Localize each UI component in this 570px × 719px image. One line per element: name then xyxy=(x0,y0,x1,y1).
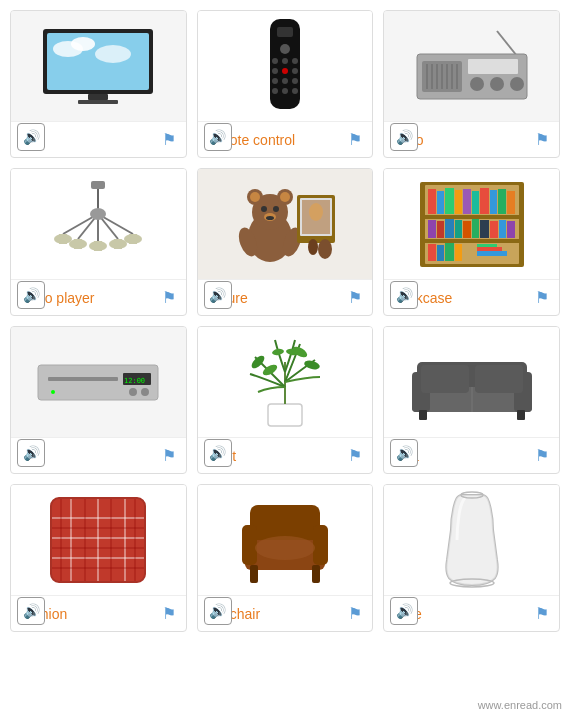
svg-rect-6 xyxy=(78,100,118,104)
svg-rect-83 xyxy=(480,188,489,214)
flag-icon-light[interactable]: ⚑ xyxy=(160,447,178,465)
svg-rect-112 xyxy=(268,404,302,426)
card-bookcase: 🔊 bookcase ⚑ xyxy=(383,168,560,316)
svg-rect-90 xyxy=(455,220,462,238)
svg-rect-89 xyxy=(445,219,454,238)
svg-rect-87 xyxy=(428,220,436,238)
sound-button-light[interactable]: 🔊 xyxy=(17,439,45,467)
card-image-sofa xyxy=(384,327,559,437)
svg-rect-96 xyxy=(507,221,515,238)
svg-point-17 xyxy=(282,78,288,84)
svg-rect-33 xyxy=(468,59,518,74)
svg-point-15 xyxy=(292,68,298,74)
svg-rect-85 xyxy=(498,189,506,214)
card-armchair: 🔊 armchair ⚑ xyxy=(197,484,374,632)
card-picture: 🔊 picture ⚑ xyxy=(197,168,374,316)
sound-button-tv[interactable]: 🔊 xyxy=(17,123,45,151)
svg-point-13 xyxy=(272,68,278,74)
svg-point-12 xyxy=(292,58,298,64)
card-image-videoplayer xyxy=(11,169,186,279)
svg-point-64 xyxy=(266,216,274,220)
card-light: 12:00 🔊 light ⚑ xyxy=(10,326,187,474)
svg-point-111 xyxy=(51,390,55,394)
sofa-icon xyxy=(407,342,537,422)
card-image-plant xyxy=(198,327,373,437)
svg-point-59 xyxy=(250,192,260,202)
card-image-vase xyxy=(384,485,559,595)
flag-icon-cushion[interactable]: ⚑ xyxy=(160,605,178,623)
svg-point-19 xyxy=(272,88,278,94)
svg-point-117 xyxy=(303,359,321,371)
svg-point-16 xyxy=(272,78,278,84)
picture-icon xyxy=(225,177,345,272)
svg-rect-50 xyxy=(94,241,102,251)
flag-icon-picture[interactable]: ⚑ xyxy=(346,289,364,307)
svg-rect-148 xyxy=(250,565,258,583)
remote-icon xyxy=(260,19,310,114)
flag-icon-tv[interactable]: ⚑ xyxy=(160,131,178,149)
card-image-armchair xyxy=(198,485,373,595)
card-tv: 🔊 TV ⚑ xyxy=(10,10,187,158)
svg-point-115 xyxy=(249,354,266,371)
sound-button-bookcase[interactable]: 🔊 xyxy=(390,281,418,309)
svg-rect-54 xyxy=(129,234,137,244)
card-cushion: 🔊 cushion ⚑ xyxy=(10,484,187,632)
svg-point-14 xyxy=(282,68,288,74)
bookcase-icon xyxy=(412,177,532,272)
svg-rect-128 xyxy=(475,365,523,393)
svg-rect-92 xyxy=(472,219,479,238)
flag-icon-bookcase[interactable]: ⚑ xyxy=(533,289,551,307)
svg-rect-99 xyxy=(445,243,454,261)
svg-point-109 xyxy=(129,388,137,396)
svg-line-22 xyxy=(497,31,517,56)
sound-button-sofa[interactable]: 🔊 xyxy=(390,439,418,467)
card-videoplayer: 🔊 video player ⚑ xyxy=(10,168,187,316)
svg-rect-84 xyxy=(490,190,497,214)
sound-button-remote[interactable]: 🔊 xyxy=(204,123,232,151)
svg-rect-91 xyxy=(463,221,471,238)
sound-button-videoplayer[interactable]: 🔊 xyxy=(17,281,45,309)
sound-button-armchair[interactable]: 🔊 xyxy=(204,597,232,625)
svg-rect-106 xyxy=(48,377,118,381)
card-image-light: 12:00 xyxy=(11,327,186,437)
sound-button-vase[interactable]: 🔊 xyxy=(390,597,418,625)
svg-rect-37 xyxy=(91,181,105,189)
flag-icon-plant[interactable]: ⚑ xyxy=(346,447,364,465)
svg-rect-1 xyxy=(47,33,149,90)
flag-icon-videoplayer[interactable]: ⚑ xyxy=(160,289,178,307)
flag-icon-vase[interactable]: ⚑ xyxy=(533,605,551,623)
flag-icon-remote[interactable]: ⚑ xyxy=(346,131,364,149)
sound-button-plant[interactable]: 🔊 xyxy=(204,439,232,467)
card-image-cushion xyxy=(11,485,186,595)
svg-rect-95 xyxy=(499,220,506,238)
svg-rect-125 xyxy=(419,410,427,420)
chandelier-icon xyxy=(43,179,153,269)
svg-rect-5 xyxy=(88,94,108,100)
svg-rect-149 xyxy=(312,565,320,583)
card-image-remote xyxy=(198,11,373,121)
flag-icon-radio[interactable]: ⚑ xyxy=(533,131,551,149)
sound-button-cushion[interactable]: 🔊 xyxy=(17,597,45,625)
svg-point-62 xyxy=(273,206,279,212)
vocabulary-grid: 🔊 TV ⚑ xyxy=(10,10,560,632)
svg-point-71 xyxy=(318,239,332,259)
svg-rect-103 xyxy=(477,244,497,247)
svg-rect-81 xyxy=(463,189,471,214)
svg-text:12:00: 12:00 xyxy=(124,377,145,385)
plant-icon xyxy=(240,332,330,432)
card-sofa: 🔊 sofa ⚑ xyxy=(383,326,560,474)
svg-point-61 xyxy=(261,206,267,212)
svg-rect-88 xyxy=(437,221,444,238)
dvd-player-icon: 12:00 xyxy=(33,355,163,410)
svg-point-10 xyxy=(272,58,278,64)
svg-point-70 xyxy=(309,203,323,221)
svg-rect-77 xyxy=(428,189,436,214)
sound-button-picture[interactable]: 🔊 xyxy=(204,281,232,309)
svg-rect-80 xyxy=(455,190,462,214)
flag-icon-sofa[interactable]: ⚑ xyxy=(533,447,551,465)
sound-button-radio[interactable]: 🔊 xyxy=(390,123,418,151)
flag-icon-armchair[interactable]: ⚑ xyxy=(346,605,364,623)
card-radio: 🔊 radio ⚑ xyxy=(383,10,560,158)
svg-rect-100 xyxy=(455,244,462,261)
vase-icon xyxy=(437,490,507,590)
